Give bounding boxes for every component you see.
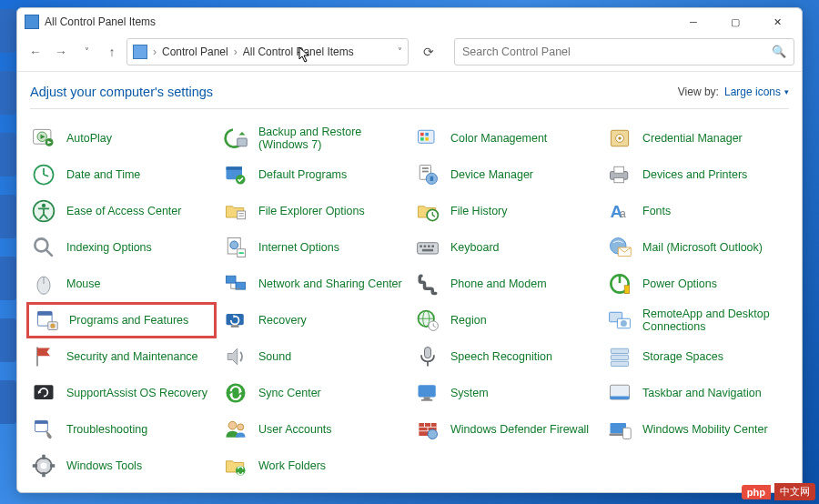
item-devices-printers[interactable]: Devices and Printers: [602, 156, 793, 193]
svg-point-94: [228, 421, 237, 429]
item-ease-of-access[interactable]: Ease of Access Center: [26, 193, 217, 229]
svg-rect-46: [428, 245, 430, 247]
item-region[interactable]: Region: [410, 302, 601, 338]
item-security-maintenance[interactable]: Security and Maintenance: [26, 338, 217, 375]
svg-rect-110: [33, 464, 37, 468]
search-icon: 🔍: [772, 45, 786, 58]
breadcrumb-root[interactable]: Control Panel: [162, 45, 228, 58]
storage-icon: [606, 343, 633, 370]
item-indexing-options[interactable]: Indexing Options: [26, 229, 217, 266]
svg-rect-87: [419, 385, 436, 397]
item-recovery[interactable]: Recovery: [218, 302, 409, 338]
item-mail[interactable]: Mail (Microsoft Outlook): [602, 229, 793, 266]
item-storage-spaces[interactable]: Storage Spaces: [602, 338, 793, 375]
chevron-down-icon[interactable]: ▾: [784, 87, 789, 96]
item-fonts[interactable]: AaFonts: [602, 193, 793, 229]
item-label: Credential Manager: [642, 132, 743, 145]
svg-rect-82: [35, 385, 54, 399]
taskbar-icon: [606, 379, 633, 407]
item-programs-features[interactable]: Programs and Features: [26, 302, 217, 338]
address-bar[interactable]: › Control Panel › All Control Panel Item…: [126, 38, 409, 66]
power-icon: [606, 270, 633, 297]
item-system[interactable]: System: [410, 375, 601, 411]
item-autoplay[interactable]: AutoPlay: [26, 120, 217, 156]
recent-dropdown[interactable]: ˅: [76, 41, 97, 63]
svg-rect-48: [422, 249, 433, 252]
search-input[interactable]: [462, 45, 786, 58]
item-troubleshooting[interactable]: Troubleshooting: [26, 411, 217, 448]
item-speech-recognition[interactable]: Speech Recognition: [410, 338, 601, 375]
item-sync-center[interactable]: Sync Center: [218, 375, 409, 411]
work-folders-icon: [222, 452, 249, 479]
svg-rect-28: [614, 166, 624, 173]
minimize-button[interactable]: ─: [672, 8, 714, 35]
svg-rect-23: [422, 167, 429, 169]
maximize-button[interactable]: ▢: [714, 8, 756, 35]
item-power-options[interactable]: Power Options: [602, 266, 793, 302]
item-user-accounts[interactable]: User Accounts: [218, 411, 409, 448]
item-work-folders[interactable]: Work Folders: [218, 448, 409, 484]
item-taskbar-navigation[interactable]: Taskbar and Navigation: [602, 375, 793, 411]
programs-icon: [33, 307, 60, 334]
svg-rect-77: [425, 348, 431, 358]
refresh-button[interactable]: ⟳: [416, 39, 441, 65]
svg-rect-109: [42, 472, 46, 477]
item-default-programs[interactable]: Default Programs: [218, 156, 409, 193]
item-windows-defender-firewall[interactable]: Windows Defender Firewall: [410, 411, 601, 448]
device-manager-icon: [414, 161, 441, 188]
item-label: Taskbar and Navigation: [642, 387, 762, 399]
svg-rect-9: [420, 133, 424, 136]
item-label: RemoteApp and Desktop Connections: [642, 307, 789, 334]
item-windows-tools[interactable]: Windows Tools: [26, 448, 217, 484]
item-mouse[interactable]: Mouse: [26, 266, 217, 302]
svg-rect-7: [238, 138, 248, 146]
back-button[interactable]: ←: [25, 41, 46, 63]
svg-point-75: [621, 320, 627, 327]
nav-toolbar: ← → ˅ ↑ › Control Panel › All Control Pa…: [17, 35, 802, 72]
svg-rect-12: [425, 137, 429, 141]
recovery-icon: [222, 307, 249, 334]
up-button[interactable]: ↑: [101, 41, 123, 63]
search-box[interactable]: 🔍: [454, 38, 794, 66]
item-label: Windows Mobility Center: [642, 423, 768, 436]
globe-icon: [414, 307, 441, 334]
item-phone-modem[interactable]: Phone and Modem: [410, 266, 601, 302]
microphone-icon: [414, 343, 441, 370]
item-internet-options[interactable]: Internet Options: [218, 229, 409, 266]
item-sound[interactable]: Sound: [218, 338, 409, 375]
item-label: Keyboard: [450, 241, 500, 254]
item-label: Troubleshooting: [66, 423, 147, 436]
chevron-down-icon[interactable]: ˅: [398, 46, 402, 56]
item-device-manager[interactable]: Device Manager: [410, 156, 601, 193]
item-date-time[interactable]: Date and Time: [26, 156, 217, 193]
close-button[interactable]: ✕: [756, 8, 798, 35]
watermark-text: 中文网: [774, 483, 815, 500]
speaker-icon: [222, 343, 249, 370]
breadcrumb-sep-icon: ›: [153, 45, 157, 58]
svg-rect-10: [425, 133, 429, 136]
item-file-explorer-options[interactable]: File Explorer Options: [218, 193, 409, 229]
item-label: Backup and Restore (Windows 7): [258, 126, 405, 152]
search-icon: [30, 234, 57, 261]
item-windows-mobility-center[interactable]: Windows Mobility Center: [602, 411, 793, 448]
item-keyboard[interactable]: Keyboard: [410, 229, 601, 266]
item-label: User Accounts: [258, 423, 332, 436]
item-supportassist[interactable]: SupportAssist OS Recovery: [26, 375, 217, 411]
clock-icon: [30, 161, 57, 188]
users-icon: [222, 416, 249, 443]
item-file-history[interactable]: File History: [410, 193, 601, 229]
item-credential-manager[interactable]: Credential Manager: [602, 120, 793, 156]
item-label: Date and Time: [66, 168, 140, 181]
folder-icon: [222, 197, 249, 225]
item-network-sharing[interactable]: Network and Sharing Center: [218, 266, 409, 302]
viewby-value[interactable]: Large icons: [724, 86, 781, 98]
watermark-brand: php: [742, 485, 771, 499]
svg-point-31: [42, 204, 46, 207]
item-color-management[interactable]: Color Management: [410, 120, 601, 156]
item-backup-restore[interactable]: Backup and Restore (Windows 7): [218, 120, 409, 156]
network-icon: [222, 270, 249, 297]
svg-rect-47: [431, 245, 434, 247]
forward-button[interactable]: →: [50, 41, 72, 63]
item-remoteapp[interactable]: RemoteApp and Desktop Connections: [602, 302, 793, 338]
watermark: php 中文网: [742, 483, 815, 500]
